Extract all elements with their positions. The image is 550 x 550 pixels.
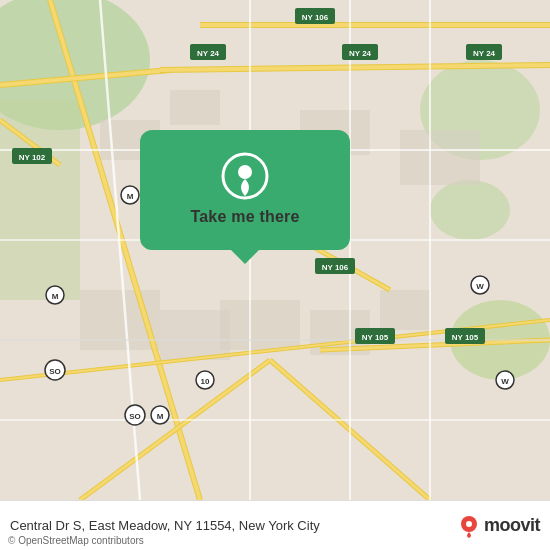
moovit-logo[interactable]: moovit: [457, 514, 540, 538]
svg-rect-7: [170, 90, 220, 125]
location-pin-icon: [221, 152, 269, 200]
svg-point-78: [466, 521, 472, 527]
svg-text:W: W: [476, 282, 484, 291]
svg-text:M: M: [157, 412, 164, 421]
svg-text:NY 24: NY 24: [473, 49, 496, 58]
svg-point-76: [238, 165, 252, 179]
moovit-label: moovit: [484, 515, 540, 536]
svg-rect-14: [160, 310, 230, 360]
svg-text:NY 24: NY 24: [349, 49, 372, 58]
svg-text:M: M: [52, 292, 59, 301]
svg-text:NY 102: NY 102: [19, 153, 46, 162]
svg-rect-10: [380, 290, 430, 330]
moovit-icon: [457, 514, 481, 538]
svg-text:SO: SO: [129, 412, 141, 421]
svg-text:NY 106: NY 106: [322, 263, 349, 272]
copyright-text: © OpenStreetMap contributors: [8, 535, 144, 546]
svg-text:NY 24: NY 24: [197, 49, 220, 58]
tooltip-box[interactable]: Take me there: [140, 130, 350, 250]
take-me-there-button[interactable]: Take me there: [182, 206, 307, 228]
svg-text:SO: SO: [49, 367, 61, 376]
svg-text:W: W: [501, 377, 509, 386]
svg-rect-12: [400, 130, 480, 185]
svg-text:NY 105: NY 105: [362, 333, 389, 342]
map-tooltip: Take me there: [140, 130, 350, 250]
svg-text:NY 105: NY 105: [452, 333, 479, 342]
svg-text:NY 106: NY 106: [302, 13, 329, 22]
svg-point-3: [430, 180, 510, 240]
map-container: NY 106 NY 24 NY 24 NY 24 NY 102 NY 106 N…: [0, 0, 550, 500]
svg-text:10: 10: [201, 377, 210, 386]
svg-rect-8: [220, 300, 300, 350]
svg-text:M: M: [127, 192, 134, 201]
address-text: Central Dr S, East Meadow, NY 11554, New…: [10, 518, 457, 533]
